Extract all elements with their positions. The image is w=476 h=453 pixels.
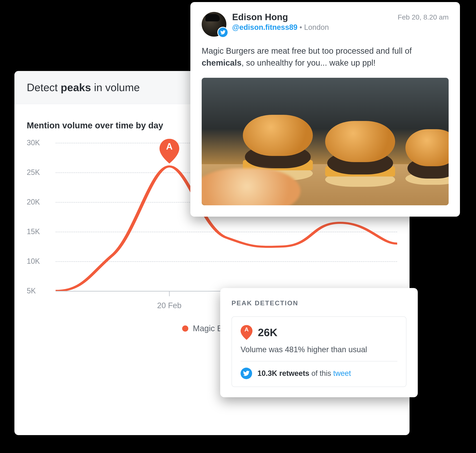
tweet-handle-row: @edison.fitness89 • London (232, 23, 392, 32)
peak-detection-card: PEAK DETECTION A 26K Volume was 481% hig… (220, 288, 418, 397)
peak-pin-label: A (241, 326, 253, 333)
peak-retweets-suffix: of this (309, 369, 333, 377)
peak-detection-body: A 26K Volume was 481% higher than usual … (232, 316, 406, 387)
y-tick-label: 5K (27, 287, 36, 295)
avatar[interactable] (202, 12, 226, 37)
tweet-header: Edison Hong @edison.fitness89 • London F… (202, 12, 449, 37)
tweet-identity: Edison Hong @edison.fitness89 • London (232, 12, 392, 32)
tweet-image[interactable] (202, 78, 449, 205)
peak-marker-label: A (159, 141, 179, 152)
tweet-handle-separator: • (299, 23, 304, 31)
tweet-body-prefix: Magic Burgers are meat free but too proc… (202, 46, 412, 55)
peak-retweets-text: 10.3K retweets of this tweet (257, 369, 351, 378)
peak-marker[interactable]: A (159, 139, 179, 163)
peak-pin-icon: A (241, 325, 253, 340)
tweet-link[interactable]: tweet (333, 369, 351, 377)
tweet-body: Magic Burgers are meat free but too proc… (202, 45, 449, 69)
peak-retweets-count: 10.3K retweets (257, 369, 309, 377)
peak-value: 26K (258, 326, 277, 339)
peak-detection-title: PEAK DETECTION (232, 299, 406, 307)
x-tick (169, 291, 170, 296)
y-tick-label: 15K (27, 227, 40, 236)
y-tick-label: 20K (27, 198, 40, 206)
chart-title-suffix: in volume (91, 81, 140, 93)
tweet-timestamp: Feb 20, 8.20 am (398, 12, 449, 21)
tweet-body-bold: chemicals (202, 58, 242, 67)
y-tick-label: 30K (27, 138, 40, 147)
x-tick-label: 20 Feb (157, 301, 182, 310)
y-tick-label: 25K (27, 168, 40, 177)
legend-dot-icon (182, 326, 188, 332)
peak-retweets-row: 10.3K retweets of this tweet (241, 368, 397, 379)
y-axis: 30K 25K 20K 15K 10K 5K (27, 143, 51, 291)
twitter-badge-icon (217, 27, 228, 38)
twitter-icon (241, 368, 252, 379)
peak-value-row: A 26K (241, 325, 397, 340)
tweet-author-name[interactable]: Edison Hong (232, 12, 392, 22)
tweet-handle[interactable]: @edison.fitness89 (232, 23, 297, 31)
peak-description: Volume was 481% higher than usual (241, 345, 397, 354)
tweet-location: London (304, 23, 329, 31)
tweet-card[interactable]: Edison Hong @edison.fitness89 • London F… (190, 2, 460, 217)
divider (241, 361, 397, 361)
tweet-body-suffix: , so unhealthy for you... wake up ppl! (242, 58, 376, 67)
chart-title-bold: peaks (61, 81, 91, 93)
y-tick-label: 10K (27, 257, 40, 266)
chart-title-prefix: Detect (27, 81, 61, 93)
